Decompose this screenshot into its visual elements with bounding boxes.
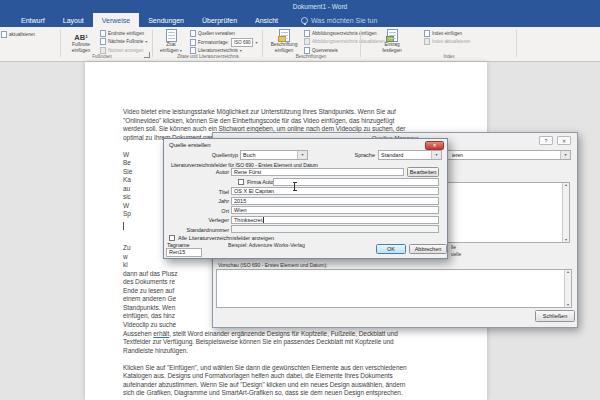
close-icon: ✕ — [562, 138, 566, 144]
insert-index-button[interactable]: Index einfügen — [424, 30, 462, 37]
city-field[interactable]: Wien — [231, 206, 439, 214]
insert-endnote-button[interactable]: Endnote einfügen — [100, 30, 144, 37]
text-caret — [263, 217, 264, 223]
ibeam-mouse-pointer — [292, 182, 297, 191]
preview-box: ▲▼ — [216, 269, 572, 308]
dropdown-arrow-icon — [297, 151, 307, 159]
show-all-fields-checkbox[interactable] — [169, 235, 175, 241]
corporate-author-field[interactable] — [273, 178, 439, 186]
item-label: Literaturverzeichnis — [198, 48, 238, 53]
tab-entwurf[interactable]: Entwurf — [12, 13, 54, 27]
close-button[interactable]: ✕ — [557, 136, 571, 145]
mark-entry-button[interactable]: Eintrag festlegen — [374, 28, 410, 58]
bibliography-button[interactable]: Literaturverzeichnis — [190, 47, 242, 54]
document-line: Standpunkts. Wen — [123, 304, 175, 311]
list-scrollbar[interactable]: ▲▼ — [562, 183, 569, 242]
create-source-dialog: Quelle erstellen ✕ Quellentyp Buch Sprac… — [163, 138, 448, 259]
scroll-down-icon[interactable]: ▼ — [566, 303, 569, 307]
document-line: Aussehen erhält, stellt Word einander er… — [123, 330, 398, 337]
publisher-label: Verleger — [164, 217, 229, 223]
citation-page-icon — [166, 29, 177, 42]
tab-verweise[interactable]: Verweise — [93, 13, 139, 27]
city-label: Ort — [164, 208, 229, 214]
year-field[interactable]: 2015 — [231, 197, 439, 205]
document-line: Zu — [123, 244, 131, 251]
group-label-beschriftungen: Beschriftungen — [276, 54, 346, 59]
edit-button[interactable]: Bearbeiten — [407, 167, 439, 177]
publisher-value: Thinksecret — [234, 217, 262, 223]
item-label: Abbildungsverzeichnis einfügen — [312, 31, 377, 36]
title-label: Titel — [164, 189, 229, 195]
bibliography-icon — [190, 47, 196, 54]
standard-number-label: Standardnummer — [164, 227, 229, 233]
close-button[interactable]: ✕ — [425, 141, 444, 150]
document-line: Sp — [123, 210, 131, 217]
ribbon: aktualisieren AB¹ Fußnote einfügen Endno… — [0, 27, 600, 62]
ribbon-tab-bar: Entwurf Layout Verweise Sendungen Überpr… — [0, 13, 600, 27]
document-line: Video bietet eine leistungsstarke Möglic… — [123, 108, 396, 115]
scroll-down-icon[interactable]: ▼ — [564, 238, 567, 242]
tagname-field[interactable]: Ren15 — [166, 248, 202, 258]
tab-layout[interactable]: Layout — [54, 13, 93, 27]
document-line: Sie — [123, 168, 132, 175]
group-divider — [516, 30, 517, 57]
next-footnote-button[interactable]: Nächste Fußnote — [100, 38, 147, 45]
update-toc-button-partial[interactable]: aktualisieren — [1, 31, 35, 38]
author-value: Rene Fürst — [234, 169, 261, 175]
cross-reference-button[interactable]: Querverweis — [304, 47, 338, 54]
close-dialog-button[interactable]: Schließen — [535, 310, 575, 322]
dialog-launcher-icon[interactable] — [144, 52, 150, 58]
chevron-down-icon — [240, 48, 242, 53]
group-divider — [360, 30, 361, 57]
source-type-value: Buch — [243, 152, 256, 158]
tell-me-search[interactable]: Was möchten Sie tun — [287, 13, 377, 27]
lightbulb-icon — [301, 17, 308, 24]
update-index-icon — [424, 38, 430, 45]
publisher-field[interactable]: Thinksecret — [231, 216, 439, 224]
scroll-up-icon[interactable]: ▲ — [564, 183, 567, 187]
document-line: des Dokuments re — [123, 278, 175, 285]
manage-sources-button[interactable]: Quellen verwalten — [190, 30, 235, 37]
document-line: werden soll. Sie können auch ein Stichwo… — [123, 125, 405, 132]
document-line: Randleiste hinzufügen. — [123, 347, 188, 354]
update-toc-icon — [1, 31, 7, 38]
title-field[interactable]: OS X El Capitan — [231, 187, 439, 195]
preview-scrollbar[interactable]: ▲▼ — [564, 270, 571, 307]
style-value: ISO 690 — [234, 40, 251, 45]
document-line: w — [123, 253, 128, 260]
scroll-up-icon[interactable]: ▲ — [566, 270, 569, 274]
ok-button[interactable]: OK — [376, 244, 406, 255]
group-label-index: Index — [414, 54, 484, 59]
tab-ueberpruefen[interactable]: Überprüfen — [193, 13, 246, 27]
style-icon — [190, 39, 196, 46]
cancel-button[interactable]: Abbrechen — [409, 244, 447, 255]
item-label: Nächste Fußnote — [108, 39, 143, 44]
item-label: Formatvorlage: — [198, 40, 229, 45]
tab-ansicht[interactable]: Ansicht — [246, 13, 287, 27]
update-table-of-figures-icon — [304, 38, 310, 45]
item-label: Querverweis — [312, 48, 338, 53]
cross-reference-icon — [304, 47, 310, 54]
tell-me-label: Was möchten Sie tun — [311, 17, 377, 24]
title-value: OS X El Capitan — [234, 188, 274, 194]
document-line: einfügen, das hinz — [123, 312, 175, 319]
chevron-down-icon — [180, 48, 182, 53]
author-field[interactable]: Rene Fürst — [231, 168, 404, 176]
dropdown-arrow-icon — [431, 151, 441, 159]
corporate-author-checkbox[interactable] — [238, 179, 244, 185]
author-label: Autor — [164, 169, 229, 175]
tab-sendungen[interactable]: Sendungen — [139, 13, 193, 27]
endnote-icon — [100, 30, 106, 37]
spellcheck-underlined-word: erhält — [153, 330, 169, 337]
source-type-dropdown[interactable]: Buch — [240, 150, 308, 160]
manage-sources-icon — [190, 30, 196, 37]
help-button[interactable]: ? — [539, 136, 553, 145]
group-divider — [262, 30, 263, 57]
line-part: Aussehen — [123, 330, 153, 337]
document-line: einem anderen Ge — [123, 295, 176, 302]
group-label-zitate: Zitate und Literaturverzeichnis — [154, 54, 262, 59]
standard-number-field[interactable] — [231, 225, 439, 233]
item-label: Notizen anzeigen — [108, 48, 144, 53]
insert-table-of-figures-button[interactable]: Abbildungsverzeichnis einfügen — [304, 30, 377, 37]
language-dropdown[interactable]: Standard — [378, 150, 442, 160]
